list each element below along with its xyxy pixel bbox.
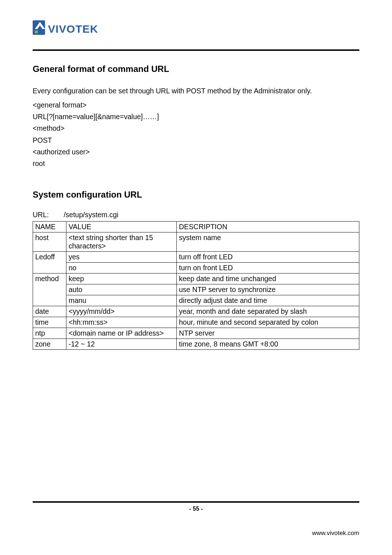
table-header-row: NAME VALUE DESCRIPTION (33, 222, 359, 232)
section2-title: System configuration URL (33, 190, 359, 200)
cell-desc: system name (177, 232, 359, 252)
table-row: no turn on front LED (33, 263, 359, 274)
page-number: - 55 - (33, 506, 359, 512)
footer-rule (33, 501, 359, 503)
cell-desc: hour, minute and second separated by col… (177, 317, 359, 328)
cell-desc: time zone, 8 means GMT +8:00 (177, 339, 359, 350)
cell-name: time (33, 317, 66, 328)
section1-title: General format of command URL (33, 64, 359, 74)
cell-value: manu (66, 295, 177, 306)
cell-value: keep (66, 274, 177, 284)
table-row: ntp <domain name or IP address> NTP serv… (33, 328, 359, 339)
code-line: <method> (33, 122, 359, 134)
cell-name: date (33, 306, 66, 317)
logo: VIVOTEK (33, 18, 359, 39)
table-row: method keep keep date and time unchanged (33, 274, 359, 284)
cell-desc: keep date and time unchanged (177, 274, 359, 284)
code-line: POST (33, 134, 359, 146)
table-row: auto use NTP server to synchronize (33, 284, 359, 295)
table-row: time <hh:mm:ss> hour, minute and second … (33, 317, 359, 328)
url-value: /setup/system.cgi (64, 211, 118, 219)
header-rule (33, 49, 359, 51)
params-table: NAME VALUE DESCRIPTION host <text string… (33, 221, 359, 350)
cell-name: method (33, 274, 66, 306)
cell-desc: turn on front LED (177, 263, 359, 274)
cell-value: auto (66, 284, 177, 295)
url-line: URL: /setup/system.cgi (33, 211, 359, 219)
table-row: Ledoff yes turn off front LED (33, 252, 359, 263)
svg-rect-1 (35, 31, 38, 33)
cell-value: <text string shorter than 15 characters> (66, 232, 177, 252)
cell-value: <domain name or IP address> (66, 328, 177, 339)
table-row: zone -12 ~ 12 time zone, 8 means GMT +8:… (33, 339, 359, 350)
code-line: <authorized user> (33, 146, 359, 158)
cell-name: ntp (33, 328, 66, 339)
code-line: <general format> (33, 99, 359, 111)
th-desc: DESCRIPTION (177, 222, 359, 232)
cell-value: -12 ~ 12 (66, 339, 177, 350)
cell-value: <hh:mm:ss> (66, 317, 177, 328)
section1-intro: Every configuration can be set through U… (33, 85, 359, 97)
table-row: date <yyyy/mm/dd> year, month and date s… (33, 306, 359, 317)
cell-value: <yyyy/mm/dd> (66, 306, 177, 317)
cell-name: zone (33, 339, 66, 350)
code-line: root (33, 158, 359, 169)
cell-value: no (66, 263, 177, 274)
code-line: URL[?[name=value][&name=value]……] (33, 111, 359, 122)
logo-text: VIVOTEK (48, 23, 98, 35)
cell-name: Ledoff (33, 252, 66, 274)
table-row: host <text string shorter than 15 charac… (33, 232, 359, 252)
url-label: URL: (33, 211, 62, 219)
cell-desc: turn off front LED (177, 252, 359, 263)
cell-desc: NTP server (177, 328, 359, 339)
cell-desc: use NTP server to synchronize (177, 284, 359, 295)
cell-name: host (33, 232, 66, 252)
th-name: NAME (33, 222, 66, 232)
table-row: manu directly adjust date and time (33, 295, 359, 306)
cell-desc: directly adjust date and time (177, 295, 359, 306)
th-value: VALUE (66, 222, 177, 232)
footer-site-url: www.vivotek.com (33, 530, 359, 537)
cell-desc: year, month and date separated by slash (177, 306, 359, 317)
cell-value: yes (66, 252, 177, 263)
